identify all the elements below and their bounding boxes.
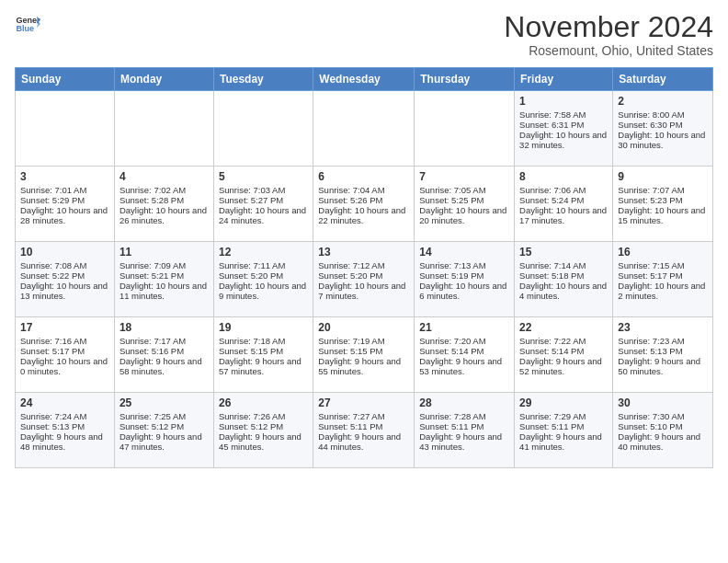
calendar-cell-3-2: 19Sunrise: 7:18 AMSunset: 5:15 PMDayligh… [213,317,313,393]
daylight-text: Daylight: 9 hours and 53 minutes. [419,356,502,376]
header-monday: Monday [114,68,213,91]
sunset-text: Sunset: 5:15 PM [219,346,283,356]
month-title: November 2024 [504,11,713,43]
sunrise-text: Sunrise: 7:13 AM [419,260,485,270]
day-number: 26 [219,396,308,409]
sunrise-text: Sunrise: 7:15 AM [618,260,684,270]
day-number: 6 [318,170,409,183]
header-thursday: Thursday [415,68,515,91]
calendar-cell-0-0 [16,91,115,167]
daylight-text: Daylight: 10 hours and 20 minutes. [419,205,506,225]
sunset-text: Sunset: 5:15 PM [318,346,382,356]
day-number: 11 [119,246,209,259]
daylight-text: Daylight: 9 hours and 40 minutes. [618,431,700,452]
sunset-text: Sunset: 5:20 PM [318,270,382,281]
sunset-text: Sunset: 5:20 PM [219,270,283,281]
day-number: 19 [219,321,308,334]
calendar-row-4: 24Sunrise: 7:24 AMSunset: 5:13 PMDayligh… [16,393,713,468]
calendar-cell-4-0: 24Sunrise: 7:24 AMSunset: 5:13 PMDayligh… [16,393,115,468]
daylight-text: Daylight: 10 hours and 17 minutes. [519,205,607,225]
day-number: 15 [519,246,608,259]
sunrise-text: Sunrise: 7:03 AM [219,185,285,195]
calendar-cell-0-5: 1Sunrise: 7:58 AMSunset: 6:31 PMDaylight… [515,91,613,167]
daylight-text: Daylight: 10 hours and 26 minutes. [119,205,207,225]
daylight-text: Daylight: 10 hours and 22 minutes. [318,205,405,225]
calendar-cell-2-3: 13Sunrise: 7:12 AMSunset: 5:20 PMDayligh… [313,242,415,317]
sunrise-text: Sunrise: 7:29 AM [519,411,586,421]
sunrise-text: Sunrise: 8:00 AM [618,109,684,120]
sunset-text: Sunset: 5:14 PM [419,346,483,356]
calendar-body: 1Sunrise: 7:58 AMSunset: 6:31 PMDaylight… [16,91,713,468]
calendar-cell-4-6: 30Sunrise: 7:30 AMSunset: 5:10 PMDayligh… [613,393,713,468]
header-saturday: Saturday [613,68,713,91]
day-number: 20 [318,321,409,334]
sunrise-text: Sunrise: 7:22 AM [519,336,586,346]
sunrise-text: Sunrise: 7:28 AM [419,411,485,421]
sunset-text: Sunset: 5:26 PM [318,195,382,205]
daylight-text: Daylight: 9 hours and 45 minutes. [219,431,301,452]
header-wednesday: Wednesday [313,68,415,91]
calendar-cell-1-1: 4Sunrise: 7:02 AMSunset: 5:28 PMDaylight… [114,167,213,242]
calendar-cell-1-5: 8Sunrise: 7:06 AMSunset: 5:24 PMDaylight… [515,167,613,242]
sunset-text: Sunset: 5:21 PM [119,270,184,281]
daylight-text: Daylight: 9 hours and 57 minutes. [219,356,301,376]
sunrise-text: Sunrise: 7:27 AM [318,411,384,421]
sunset-text: Sunset: 5:16 PM [119,346,184,356]
calendar-cell-3-0: 17Sunrise: 7:16 AMSunset: 5:17 PMDayligh… [16,317,115,393]
calendar-cell-2-1: 11Sunrise: 7:09 AMSunset: 5:21 PMDayligh… [114,242,213,317]
day-number: 17 [20,321,109,334]
calendar-cell-0-3 [313,91,415,167]
sunrise-text: Sunrise: 7:12 AM [318,260,384,270]
sunrise-text: Sunrise: 7:18 AM [219,336,285,346]
sunrise-text: Sunrise: 7:26 AM [219,411,285,421]
calendar-row-1: 3Sunrise: 7:01 AMSunset: 5:29 PMDaylight… [16,167,713,242]
header: General Blue November 2024 Rosemount, Oh… [15,11,713,58]
sunrise-text: Sunrise: 7:16 AM [20,336,86,346]
day-number: 28 [419,396,509,409]
sunset-text: Sunset: 5:29 PM [20,195,85,205]
sunrise-text: Sunrise: 7:06 AM [519,185,586,195]
header-friday: Friday [515,68,613,91]
calendar-cell-3-4: 21Sunrise: 7:20 AMSunset: 5:14 PMDayligh… [415,317,515,393]
day-number: 13 [318,246,409,259]
day-number: 25 [119,396,209,409]
daylight-text: Daylight: 10 hours and 28 minutes. [20,205,108,225]
daylight-text: Daylight: 9 hours and 41 minutes. [519,431,602,452]
sunrise-text: Sunrise: 7:02 AM [119,185,186,195]
calendar-cell-1-0: 3Sunrise: 7:01 AMSunset: 5:29 PMDaylight… [16,167,115,242]
header-sunday: Sunday [16,68,115,91]
daylight-text: Daylight: 9 hours and 47 minutes. [119,431,202,452]
sunset-text: Sunset: 5:13 PM [618,346,682,356]
daylight-text: Daylight: 9 hours and 43 minutes. [419,431,502,452]
location: Rosemount, Ohio, United States [504,43,713,58]
sunrise-text: Sunrise: 7:58 AM [519,109,586,120]
header-row: Sunday Monday Tuesday Wednesday Thursday… [16,68,713,91]
sunrise-text: Sunrise: 7:24 AM [20,411,86,421]
calendar-cell-1-4: 7Sunrise: 7:05 AMSunset: 5:25 PMDaylight… [415,167,515,242]
calendar-cell-3-5: 22Sunrise: 7:22 AMSunset: 5:14 PMDayligh… [515,317,613,393]
sunrise-text: Sunrise: 7:25 AM [119,411,186,421]
sunrise-text: Sunrise: 7:14 AM [519,260,586,270]
sunrise-text: Sunrise: 7:05 AM [419,185,485,195]
daylight-text: Daylight: 9 hours and 50 minutes. [618,356,700,376]
daylight-text: Daylight: 10 hours and 9 minutes. [219,281,306,301]
daylight-text: Daylight: 9 hours and 48 minutes. [20,431,103,452]
daylight-text: Daylight: 10 hours and 24 minutes. [219,205,306,225]
calendar-cell-2-4: 14Sunrise: 7:13 AMSunset: 5:19 PMDayligh… [415,242,515,317]
day-number: 27 [318,396,409,409]
sunset-text: Sunset: 5:17 PM [20,346,85,356]
sunset-text: Sunset: 5:11 PM [519,421,584,431]
calendar-cell-0-4 [415,91,515,167]
calendar-table: Sunday Monday Tuesday Wednesday Thursday… [15,67,713,468]
sunrise-text: Sunrise: 7:11 AM [219,260,285,270]
sunrise-text: Sunrise: 7:01 AM [20,185,86,195]
day-number: 3 [20,170,109,183]
daylight-text: Daylight: 10 hours and 15 minutes. [618,205,705,225]
calendar-cell-1-6: 9Sunrise: 7:07 AMSunset: 5:23 PMDaylight… [613,167,713,242]
sunset-text: Sunset: 5:12 PM [119,421,184,431]
day-number: 9 [618,170,708,183]
svg-text:Blue: Blue [16,24,34,33]
title-block: November 2024 Rosemount, Ohio, United St… [504,11,713,58]
day-number: 18 [119,321,209,334]
calendar-cell-4-5: 29Sunrise: 7:29 AMSunset: 5:11 PMDayligh… [515,393,613,468]
